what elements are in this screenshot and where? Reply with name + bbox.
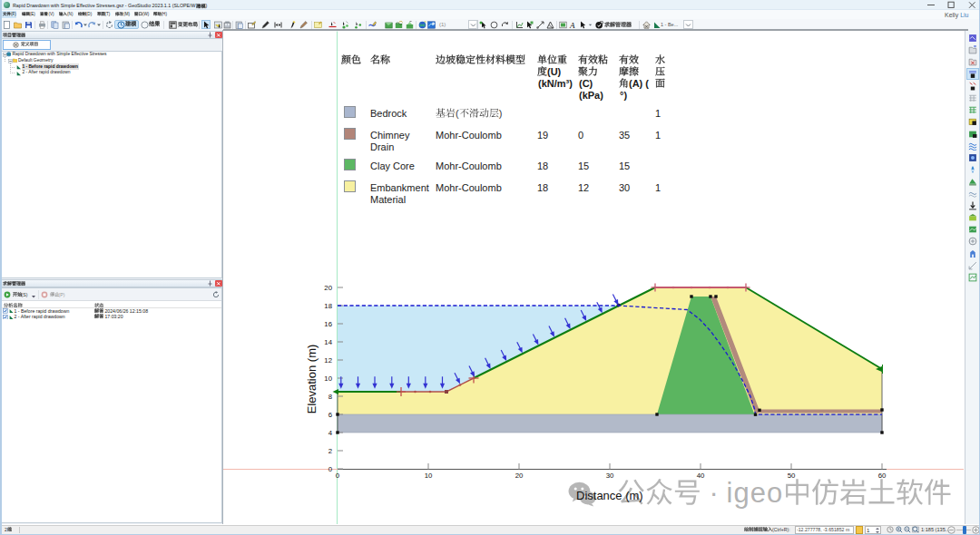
svg-text:A: A (569, 21, 575, 29)
